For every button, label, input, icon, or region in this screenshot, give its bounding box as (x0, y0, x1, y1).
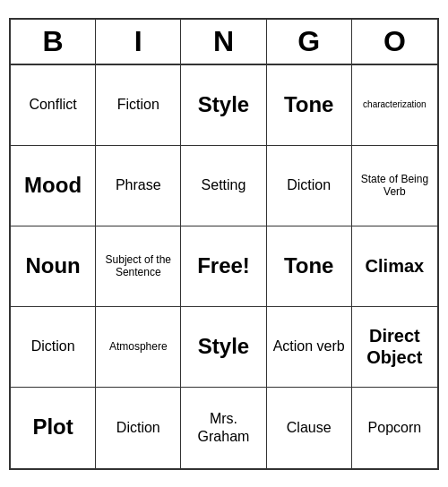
bingo-cell-16[interactable]: Atmosphere (96, 307, 181, 388)
cell-text-14: Climax (366, 255, 425, 277)
cell-text-7: Setting (202, 176, 246, 193)
bingo-cell-5[interactable]: Mood (11, 146, 96, 226)
bingo-cell-20[interactable]: Plot (11, 388, 96, 468)
cell-text-16: Atmosphere (109, 340, 168, 353)
bingo-header: BINGO (11, 20, 437, 65)
bingo-cell-21[interactable]: Diction (96, 388, 181, 468)
cell-text-15: Diction (31, 337, 75, 355)
bingo-cell-2[interactable]: Style (181, 65, 266, 146)
cell-text-17: Style (198, 334, 249, 360)
bingo-cell-4[interactable]: characterization (352, 65, 437, 146)
bingo-cell-0[interactable]: Conflict (11, 65, 96, 146)
header-letter-g: G (267, 20, 352, 64)
cell-text-3: Tone (284, 92, 334, 118)
cell-text-21: Diction (116, 419, 160, 436)
cell-text-6: Phrase (116, 176, 161, 193)
cell-text-12: Free! (197, 253, 250, 279)
bingo-card: BINGO ConflictFictionStyleTonecharacteri… (9, 18, 439, 470)
bingo-cell-1[interactable]: Fiction (96, 65, 181, 146)
cell-text-1: Fiction (117, 96, 159, 113)
cell-text-23: Clause (287, 419, 332, 436)
cell-text-13: Tone (284, 253, 334, 279)
bingo-cell-14[interactable]: Climax (352, 226, 437, 307)
bingo-cell-19[interactable]: Direct Object (352, 307, 437, 388)
bingo-cell-23[interactable]: Clause (267, 388, 352, 468)
bingo-grid: ConflictFictionStyleTonecharacterization… (11, 65, 437, 468)
bingo-cell-6[interactable]: Phrase (96, 146, 181, 226)
cell-text-11: Subject of the Sentence (99, 253, 177, 279)
header-letter-b: B (11, 20, 96, 64)
bingo-cell-7[interactable]: Setting (181, 146, 266, 226)
bingo-cell-8[interactable]: Diction (267, 146, 352, 226)
header-letter-i: I (96, 20, 181, 64)
cell-text-18: Action verb (273, 337, 345, 355)
cell-text-8: Diction (287, 176, 331, 193)
bingo-cell-10[interactable]: Noun (11, 226, 96, 307)
bingo-cell-9[interactable]: State of Being Verb (352, 146, 437, 226)
bingo-cell-3[interactable]: Tone (267, 65, 352, 146)
cell-text-10: Noun (25, 253, 80, 279)
bingo-cell-12[interactable]: Free! (181, 226, 266, 307)
cell-text-24: Popcorn (368, 419, 422, 436)
cell-text-4: characterization (363, 99, 426, 110)
bingo-cell-22[interactable]: Mrs. Graham (181, 388, 266, 468)
cell-text-9: State of Being Verb (356, 173, 434, 199)
cell-text-20: Plot (32, 414, 73, 440)
header-letter-n: N (181, 20, 266, 64)
bingo-cell-13[interactable]: Tone (267, 226, 352, 307)
bingo-cell-18[interactable]: Action verb (267, 307, 352, 388)
bingo-cell-15[interactable]: Diction (11, 307, 96, 388)
cell-text-0: Conflict (29, 96, 76, 113)
bingo-cell-24[interactable]: Popcorn (352, 388, 437, 468)
cell-text-22: Mrs. Graham (185, 410, 262, 444)
cell-text-2: Style (198, 92, 249, 118)
bingo-cell-11[interactable]: Subject of the Sentence (96, 226, 181, 307)
cell-text-5: Mood (24, 173, 82, 199)
bingo-cell-17[interactable]: Style (181, 307, 266, 388)
header-letter-o: O (352, 20, 437, 64)
cell-text-19: Direct Object (356, 325, 434, 368)
